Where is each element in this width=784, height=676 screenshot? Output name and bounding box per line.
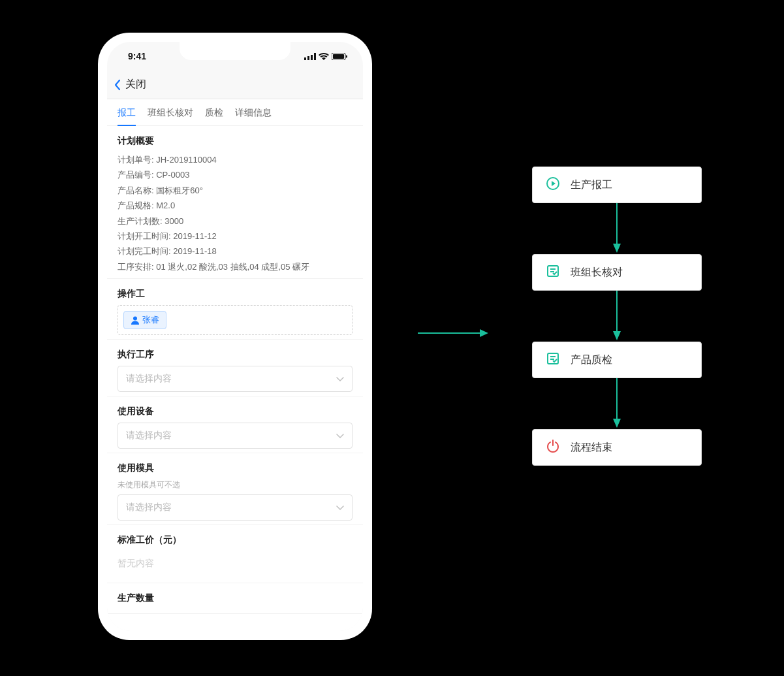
- flowchart: 生产报工班组长核对产品质检流程结束: [532, 167, 702, 466]
- equipment-section: 使用设备 请选择内容: [107, 396, 363, 453]
- signal-icon: [304, 53, 316, 60]
- process-placeholder: 请选择内容: [126, 373, 172, 385]
- mold-section: 使用模具 未使用模具可不选 请选择内容: [107, 453, 363, 525]
- close-label: 关闭: [125, 78, 146, 91]
- status-time: 9:41: [128, 51, 146, 61]
- flow-node: 流程结束: [532, 429, 702, 466]
- plan-field: 产品规格: M2.0: [118, 198, 353, 213]
- svg-rect-2: [311, 55, 313, 60]
- status-icons: [304, 53, 347, 60]
- tab-detail[interactable]: 详细信息: [235, 107, 272, 125]
- phone-mock: 9:41 关闭 报工 班组长核对 质检 详细信息: [98, 33, 372, 640]
- operator-section: 操作工 张睿: [107, 279, 363, 340]
- operator-name: 张睿: [142, 314, 159, 326]
- flow-arrow: [532, 291, 702, 342]
- quantity-section: 生产数量: [107, 583, 363, 614]
- notch: [180, 42, 290, 60]
- canvas: 9:41 关闭 报工 班组长核对 质检 详细信息: [0, 0, 784, 676]
- plan-field: 计划单号: JH-2019110004: [118, 152, 353, 167]
- connector-arrow: [418, 327, 490, 342]
- process-select[interactable]: 请选择内容: [118, 366, 353, 392]
- svg-point-7: [133, 317, 137, 321]
- flow-node: 生产报工: [532, 167, 702, 203]
- title-bar: 关闭: [107, 71, 363, 99]
- flow-arrow: [532, 378, 702, 429]
- chevron-down-icon: [336, 430, 344, 441]
- tab-zhijian[interactable]: 质检: [205, 107, 223, 125]
- chevron-down-icon: [336, 374, 344, 384]
- mold-hint: 未使用模具可不选: [118, 479, 353, 491]
- operator-chip[interactable]: 张睿: [123, 311, 166, 329]
- plan-field: 生产计划数: 3000: [118, 214, 353, 229]
- form-icon: [546, 351, 560, 368]
- scroll-content[interactable]: 报工 班组长核对 质检 详细信息 计划概要 计划单号: JH-201911000…: [107, 99, 363, 631]
- plan-field: 计划完工时间: 2019-11-18: [118, 244, 353, 259]
- svg-rect-0: [304, 57, 306, 60]
- tab-hexdui[interactable]: 班组长核对: [148, 107, 193, 125]
- plan-field: 计划开工时间: 2019-11-12: [118, 229, 353, 244]
- user-icon: [131, 315, 140, 325]
- svg-rect-3: [314, 53, 316, 60]
- plan-field: 产品编号: CP-0003: [118, 167, 353, 182]
- operator-chip-container: 张睿: [118, 305, 353, 335]
- play-icon: [546, 176, 560, 193]
- flow-node-label: 产品质检: [571, 353, 612, 367]
- price-placeholder: 暂无内容: [118, 551, 353, 579]
- chevron-down-icon: [336, 502, 344, 513]
- plan-summary-section: 计划概要 计划单号: JH-2019110004产品编号: CP-0003产品名…: [107, 126, 363, 279]
- process-title: 执行工序: [118, 349, 353, 361]
- equipment-title: 使用设备: [118, 406, 353, 417]
- phone-screen: 9:41 关闭 报工 班组长核对 质检 详细信息: [107, 42, 363, 631]
- tabs: 报工 班组长核对 质检 详细信息: [107, 99, 363, 126]
- process-section: 执行工序 请选择内容: [107, 340, 363, 396]
- back-button[interactable]: 关闭: [114, 78, 146, 91]
- mold-title: 使用模具: [118, 462, 353, 474]
- equipment-placeholder: 请选择内容: [126, 430, 172, 442]
- form-icon: [546, 264, 560, 281]
- flow-node: 产品质检: [532, 342, 702, 378]
- quantity-title: 生产数量: [118, 592, 353, 604]
- mold-select[interactable]: 请选择内容: [118, 494, 353, 521]
- flow-arrow: [532, 203, 702, 254]
- flow-node-label: 生产报工: [571, 178, 612, 192]
- tab-baogong[interactable]: 报工: [118, 107, 136, 125]
- plan-summary-title: 计划概要: [118, 135, 353, 147]
- battery-icon: [332, 53, 347, 60]
- plan-fields: 计划单号: JH-2019110004产品编号: CP-0003产品名称: 国标…: [118, 152, 353, 274]
- flow-node-label: 流程结束: [571, 441, 612, 455]
- flow-node-label: 班组长核对: [571, 266, 623, 280]
- svg-rect-1: [307, 56, 309, 60]
- flow-node: 班组长核对: [532, 254, 702, 291]
- svg-rect-6: [333, 54, 344, 59]
- plan-field: 工序安排: 01 退火,02 酸洗,03 抽线,04 成型,05 碾牙: [118, 259, 353, 274]
- price-title: 标准工价（元）: [118, 534, 353, 546]
- mold-placeholder: 请选择内容: [126, 502, 172, 513]
- plan-field: 产品名称: 国标粗牙60°: [118, 183, 353, 198]
- chevron-left-icon: [114, 79, 121, 91]
- equipment-select[interactable]: 请选择内容: [118, 423, 353, 449]
- operator-title: 操作工: [118, 288, 353, 300]
- svg-rect-5: [346, 55, 347, 57]
- power-icon: [546, 439, 560, 456]
- wifi-icon: [319, 53, 329, 60]
- price-section: 标准工价（元） 暂无内容: [107, 525, 363, 583]
